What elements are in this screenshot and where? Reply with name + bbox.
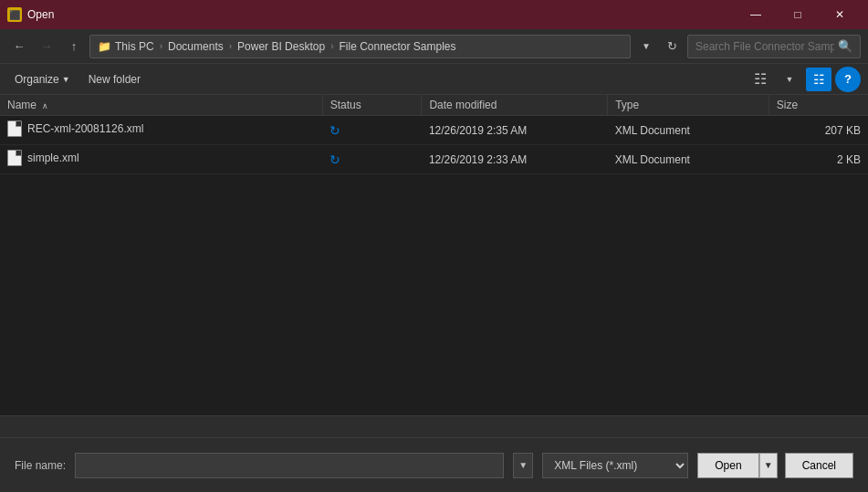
close-button[interactable]: ✕ [819, 0, 861, 29]
sync-icon: ↻ [329, 123, 340, 138]
address-bar[interactable]: 📁 This PC › Documents › Power BI Desktop… [89, 35, 631, 58]
col-header-name[interactable]: Name ∧ [0, 95, 322, 116]
file-size-cell: 2 KB [769, 145, 868, 174]
window-controls: — □ ✕ [735, 0, 861, 29]
filetype-select[interactable]: XML Files (*.xml) [542, 453, 688, 478]
file-name-cell: simple.xml [0, 145, 322, 174]
table-row[interactable]: simple.xml ↻ 12/26/2019 2:33 AM XML Docu… [0, 145, 868, 174]
new-folder-button[interactable]: New folder [81, 68, 148, 91]
back-button[interactable]: ← [7, 35, 31, 58]
cancel-button[interactable]: Cancel [785, 453, 853, 478]
file-date-cell: 12/26/2019 2:35 AM [422, 116, 608, 145]
file-area: Name ∧ Status Date modified Type Size [0, 95, 868, 415]
view-controls: ☷ ▼ ☷ ? [748, 67, 861, 92]
maximize-button[interactable]: □ [777, 0, 819, 29]
address-toolbar: ← → ↑ 📁 This PC › Documents › Power BI D… [0, 29, 868, 64]
file-name-label: File name: [15, 459, 66, 472]
file-table-body: REC-xml-20081126.xml ↻ 12/26/2019 2:35 A… [0, 116, 868, 174]
file-icon-group: REC-xml-20081126.xml [7, 120, 143, 137]
footer-buttons: Open ▼ Cancel [697, 453, 853, 478]
title-bar: ⬛ Open — □ ✕ [0, 0, 868, 29]
sort-arrow: ∧ [42, 101, 48, 110]
main-content: ← → ↑ 📁 This PC › Documents › Power BI D… [0, 29, 868, 492]
address-power-bi: Power BI Desktop [237, 40, 325, 53]
search-input[interactable] [695, 40, 834, 53]
refresh-button[interactable]: ↻ [660, 35, 684, 58]
address-dropdown-button[interactable]: ▼ [634, 35, 658, 58]
address-folder: File Connector Samples [339, 40, 455, 53]
address-folder-icon: 📁 [98, 40, 111, 53]
table-row[interactable]: REC-xml-20081126.xml ↻ 12/26/2019 2:35 A… [0, 116, 868, 145]
view-tiles-button[interactable]: ☷ [806, 68, 831, 91]
file-table-header: Name ∧ Status Date modified Type Size [0, 95, 868, 116]
forward-button[interactable]: → [35, 35, 58, 58]
help-button[interactable]: ? [835, 67, 861, 92]
file-table: Name ∧ Status Date modified Type Size [0, 95, 868, 174]
file-name-cell: REC-xml-20081126.xml [0, 116, 322, 145]
open-dropdown-button[interactable]: ▼ [759, 453, 778, 478]
footer-bar: File name: ▼ XML Files (*.xml) Open ▼ Ca… [0, 437, 868, 492]
address-sep-1: › [160, 41, 162, 51]
address-sep-2: › [229, 41, 232, 51]
file-name: simple.xml [27, 152, 79, 164]
address-actions: ▼ ↻ [634, 35, 684, 58]
file-name: REC-xml-20081126.xml [27, 122, 143, 135]
window-title: Open [27, 8, 54, 21]
file-type-cell: XML Document [608, 145, 769, 174]
organize-button[interactable]: Organize ▼ [7, 68, 78, 91]
file-size-cell: 207 KB [769, 116, 868, 145]
view-list-button[interactable]: ☷ [748, 68, 773, 91]
file-status-cell: ↻ [322, 116, 422, 145]
filename-dropdown-button[interactable]: ▼ [513, 453, 533, 478]
col-header-type[interactable]: Type [608, 95, 769, 116]
search-icon: 🔍 [838, 39, 852, 53]
file-date-cell: 12/26/2019 2:33 AM [422, 145, 608, 174]
col-header-size[interactable]: Size [769, 95, 868, 116]
file-type-cell: XML Document [608, 116, 769, 145]
address-this-pc: This PC [115, 40, 154, 53]
address-documents: Documents [168, 40, 224, 53]
minimize-button[interactable]: — [735, 0, 777, 29]
search-box: 🔍 [687, 35, 861, 58]
col-header-status[interactable]: Status [322, 95, 422, 116]
file-doc-icon [7, 120, 22, 137]
col-header-date[interactable]: Date modified [422, 95, 608, 116]
file-icon-group: simple.xml [7, 150, 79, 166]
up-button[interactable]: ↑ [62, 35, 86, 58]
command-bar: Organize ▼ New folder ☷ ▼ ☷ ? [0, 64, 868, 95]
file-status-cell: ↻ [322, 145, 422, 174]
open-button[interactable]: Open [697, 453, 758, 478]
view-dropdown-button[interactable]: ▼ [777, 68, 802, 91]
status-bar [0, 415, 868, 437]
app-icon: ⬛ [7, 7, 22, 22]
organize-dropdown-icon: ▼ [62, 75, 70, 84]
file-doc-icon [7, 150, 22, 166]
address-sep-3: › [330, 41, 333, 51]
filename-input[interactable] [75, 453, 504, 478]
sync-icon: ↻ [329, 152, 340, 167]
